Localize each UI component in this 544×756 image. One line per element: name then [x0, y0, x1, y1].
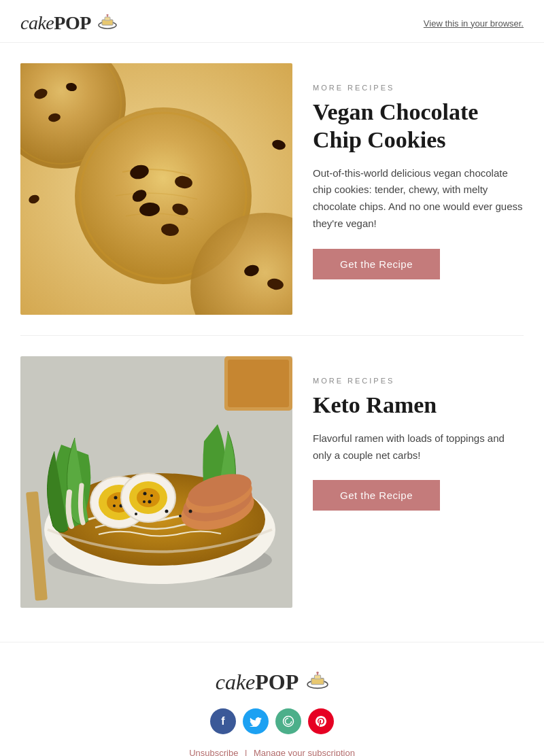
more-recipes-label-1: MORE RECIPES: [313, 84, 524, 92]
get-recipe-button-1[interactable]: Get the Recipe: [313, 249, 440, 279]
circle-icon[interactable]: [275, 708, 301, 734]
footer: cakePOP f: [0, 642, 544, 756]
unsubscribe-link[interactable]: Unsubscribe: [189, 748, 238, 756]
twitter-icon[interactable]: [243, 708, 269, 734]
recipe-text-cookies: MORE RECIPES Vegan Chocolate Chip Cookie…: [313, 63, 524, 279]
recipe-description-1: Out-of-this-world delicious vegan chocol…: [313, 165, 524, 233]
footer-logo-icon: [307, 670, 328, 694]
svg-point-41: [148, 500, 152, 504]
svg-point-32: [114, 496, 118, 500]
svg-rect-52: [228, 360, 289, 407]
svg-point-40: [150, 494, 153, 497]
footer-links: Unsubscribe | Manage your subscription: [20, 748, 524, 756]
footer-logo-italic: cake: [216, 670, 256, 694]
footer-logo-bold: POP: [255, 670, 299, 694]
divider-1: [20, 335, 524, 336]
svg-point-48: [179, 515, 182, 517]
recipe-block-cookies: MORE RECIPES Vegan Chocolate Chip Cookie…: [20, 63, 524, 315]
browser-link[interactable]: View this in your browser.: [424, 18, 524, 29]
svg-point-39: [143, 492, 147, 496]
email-wrapper: cakePOP View this in your browser.: [0, 0, 544, 756]
facebook-icon[interactable]: f: [210, 708, 236, 734]
pinterest-icon[interactable]: [308, 708, 334, 734]
more-recipes-label-2: MORE RECIPES: [313, 377, 524, 385]
svg-point-4: [107, 14, 109, 16]
svg-point-49: [135, 513, 137, 515]
email-header: cakePOP View this in your browser.: [0, 0, 544, 43]
footer-separator: |: [245, 748, 250, 756]
svg-point-50: [189, 510, 192, 513]
recipe-image-ramen: [20, 356, 292, 608]
logo-italic: cake: [20, 12, 54, 33]
svg-rect-2: [105, 17, 110, 20]
recipe-image-cookies: [20, 63, 292, 315]
svg-rect-55: [315, 675, 321, 679]
recipe-block-ramen: MORE RECIPES Keto Ramen Flavorful ramen …: [20, 356, 524, 608]
recipe-title-1: Vegan Chocolate Chip Cookies: [313, 99, 524, 154]
recipe-text-ramen: MORE RECIPES Keto Ramen Flavorful ramen …: [313, 356, 524, 511]
svg-point-38: [137, 488, 160, 507]
logo-icon: [98, 14, 117, 33]
svg-point-57: [317, 672, 319, 674]
logo: cakePOP: [20, 12, 117, 34]
recipe-description-2: Flavorful ramen with loads of toppings a…: [313, 430, 524, 464]
svg-point-47: [165, 510, 169, 513]
get-recipe-button-2[interactable]: Get the Recipe: [313, 480, 440, 511]
content-area: MORE RECIPES Vegan Chocolate Chip Cookie…: [0, 43, 544, 642]
manage-subscription-link[interactable]: Manage your subscription: [254, 748, 355, 756]
svg-point-35: [113, 504, 116, 507]
footer-logo: cakePOP: [20, 670, 524, 695]
social-icons: f: [20, 708, 524, 734]
logo-bold: POP: [54, 12, 91, 33]
recipe-title-2: Keto Ramen: [313, 392, 524, 419]
svg-point-42: [143, 500, 146, 503]
